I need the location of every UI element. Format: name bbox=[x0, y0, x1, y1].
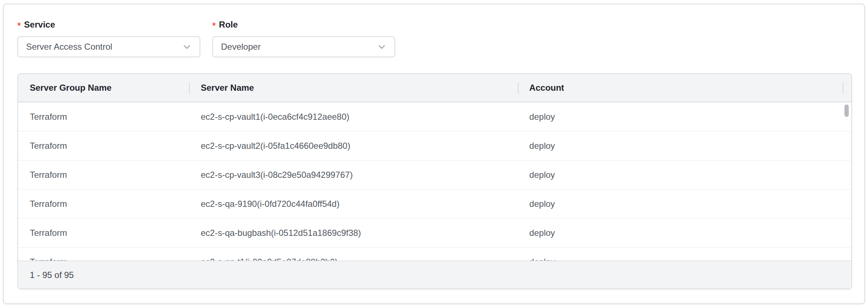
cell-account: deploy bbox=[518, 102, 843, 131]
table-row: Terraform ec2-s-qa-9190(i-0fd720c44fa0ff… bbox=[18, 189, 851, 218]
cell-account: deploy bbox=[518, 131, 843, 160]
cell-server-name: ec2-s-cp-vault2(i-05fa1c4660ee9db80) bbox=[189, 131, 517, 160]
column-header-account: Account bbox=[518, 74, 843, 102]
required-asterisk: * bbox=[17, 19, 21, 30]
cell-server-group-name: Terraform bbox=[18, 189, 189, 218]
cell-server-name: ec2-s-cp-vault3(i-08c29e50a94299767) bbox=[189, 160, 517, 189]
column-header-spacer bbox=[843, 74, 851, 102]
required-asterisk: * bbox=[212, 19, 216, 30]
role-select-value: Developer bbox=[221, 42, 261, 52]
access-control-panel: * Service Server Access Control * Role D… bbox=[3, 4, 865, 304]
column-header-server-name: Server Name bbox=[189, 74, 517, 102]
cell-spacer bbox=[843, 160, 851, 189]
role-select[interactable]: Developer bbox=[212, 36, 395, 57]
table-row: Terraform ec2-s-qa-bugbash(i-0512d51a186… bbox=[18, 218, 851, 247]
pagination-summary: 1 - 95 of 95 bbox=[30, 270, 74, 280]
role-label-text: Role bbox=[219, 20, 238, 30]
cell-account: deploy bbox=[518, 247, 843, 261]
chevron-down-icon bbox=[377, 42, 386, 52]
server-access-table: Server Group Name Server Name Account Te… bbox=[17, 73, 852, 289]
cell-account: deploy bbox=[518, 218, 843, 247]
table-body: Terraform ec2-s-cp-vault1(i-0eca6cf4c912… bbox=[18, 102, 851, 261]
role-field-label: * Role bbox=[212, 19, 238, 30]
table-row: Terraform ec2-s-cp-vault1(i-0eca6cf4c912… bbox=[18, 102, 851, 131]
service-field-label: * Service bbox=[17, 19, 55, 30]
cell-server-group-name: Terraform bbox=[18, 102, 189, 131]
cell-server-group-name: Terraform bbox=[18, 247, 189, 261]
service-label-text: Service bbox=[24, 20, 55, 30]
cell-spacer bbox=[843, 189, 851, 218]
chevron-down-icon bbox=[182, 42, 192, 52]
cell-server-group-name: Terraform bbox=[18, 160, 189, 189]
table-footer: 1 - 95 of 95 bbox=[18, 261, 851, 288]
cell-server-group-name: Terraform bbox=[18, 218, 189, 247]
cell-server-name: ec2-s-cp-vault1(i-0eca6cf4c912aee80) bbox=[189, 102, 517, 131]
cell-server-group-name: Terraform bbox=[18, 131, 189, 160]
column-header-server-group-name: Server Group Name bbox=[18, 74, 189, 102]
cell-account: deploy bbox=[518, 189, 843, 218]
table-row: Terraform ec2-s-qa-t1(i-00a0d5e07de88b2b… bbox=[18, 247, 851, 261]
cell-spacer bbox=[843, 218, 851, 247]
cell-spacer bbox=[843, 131, 851, 160]
table-row: Terraform ec2-s-cp-vault2(i-05fa1c4660ee… bbox=[18, 131, 851, 160]
cell-server-name: ec2-s-qa-9190(i-0fd720c44fa0ff54d) bbox=[189, 189, 517, 218]
cell-server-name: ec2-s-qa-bugbash(i-0512d51a1869c9f38) bbox=[189, 218, 517, 247]
cell-spacer bbox=[843, 247, 851, 261]
service-select[interactable]: Server Access Control bbox=[17, 36, 200, 57]
cell-server-name: ec2-s-qa-t1(i-00a0d5e07de88b2b0) bbox=[189, 247, 517, 261]
table-row: Terraform ec2-s-cp-vault3(i-08c29e50a942… bbox=[18, 160, 851, 189]
service-select-value: Server Access Control bbox=[26, 42, 112, 52]
cell-account: deploy bbox=[518, 160, 843, 189]
vertical-scrollbar-thumb[interactable] bbox=[844, 105, 849, 117]
table-header-row: Server Group Name Server Name Account bbox=[18, 74, 851, 102]
